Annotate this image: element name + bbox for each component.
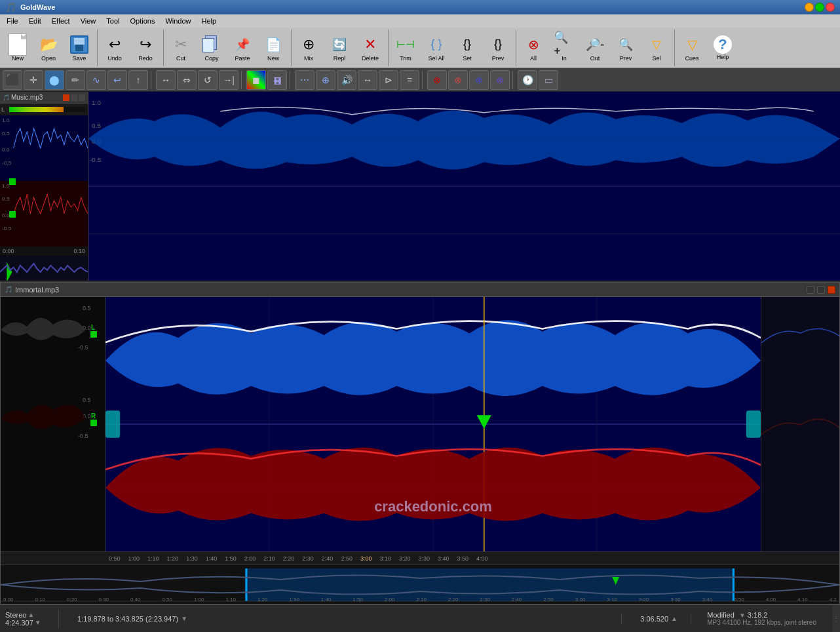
color-btn[interactable]: ◼ (246, 70, 266, 90)
stop-btn[interactable]: ⬛ (3, 70, 22, 90)
immortal-scale-panel: 0.5 0.0 -0.5 L 0.5 0.0 -0.5 R (1, 297, 105, 551)
window-controls (805, 3, 835, 12)
toolbar-selall[interactable]: { } Sel All (421, 30, 451, 66)
status-pos-arrow[interactable]: ▲ (671, 615, 678, 622)
rev-btn[interactable]: ⊗ (427, 70, 447, 90)
immortal-close-btn[interactable] (828, 286, 835, 294)
menu-view[interactable]: View (75, 16, 102, 26)
overview-timeline: 0:000:100:200:300:400:50 1:001:101:201:3… (1, 597, 839, 602)
toolbar-replace[interactable]: 🔄 Repl (324, 30, 354, 66)
toolbar-undo[interactable]: ↩ Undo (100, 30, 130, 66)
cues-icon: ▽ (681, 34, 702, 55)
status-mode-arrow[interactable]: ▲ (28, 611, 34, 618)
immortal-max-btn[interactable] (817, 286, 825, 294)
toolbar-cues[interactable]: ▽ Cues (677, 30, 707, 66)
fx2-btn[interactable]: ⊕ (316, 70, 335, 90)
zoom-wave-btn[interactable]: ↩ (107, 70, 127, 90)
toolbar-copy[interactable]: Copy (197, 30, 227, 66)
menu-options[interactable]: Options (124, 16, 160, 26)
fx1-btn[interactable]: ⋯ (295, 70, 315, 90)
toolbar-set[interactable]: {} Set (452, 30, 482, 66)
main-toolbar: New 📂 Open Save ↩ Undo ↪ Redo (0, 28, 840, 68)
immortal-right-svg (761, 297, 839, 481)
toolbar-cut[interactable]: ✂ Cut (166, 30, 196, 66)
music-L-svg: 1.0 0.5 0.0 -0.5 (0, 115, 88, 181)
music-timestamps: 0:00 0:10 (0, 247, 88, 256)
minimize-button[interactable] (805, 3, 814, 12)
status-stereo: Stereo (5, 611, 26, 619)
prev-icon: {} (487, 34, 508, 55)
eq-btn[interactable]: = (400, 70, 419, 90)
toolbar-new2[interactable]: 📄 New (258, 30, 288, 66)
menu-edit[interactable]: Edit (24, 16, 47, 26)
maximize-button[interactable] (815, 3, 824, 12)
toolbar-paste[interactable]: 📌 Paste (227, 30, 258, 66)
toolbar-zoomout[interactable]: 🔎- Out (580, 30, 610, 66)
toolbar-delete[interactable]: ✕ Delete (355, 30, 385, 66)
menu-file[interactable]: File (1, 16, 24, 26)
expand-btn[interactable]: ↔ (156, 70, 176, 90)
delete-icon: ✕ (360, 34, 381, 55)
fwd2-btn[interactable]: ⊗ (490, 70, 510, 90)
toolbar-prev[interactable]: {} Prev (483, 30, 513, 66)
copy-label: Copy (204, 55, 218, 62)
menu-effect[interactable]: Effect (47, 16, 75, 26)
toolbar-group-clipboard: ✂ Cut Copy 📌 Paste 📄 New (166, 30, 292, 66)
music-min-btn[interactable] (71, 94, 77, 101)
toolbar-help[interactable]: ? Help (708, 30, 738, 66)
close-button[interactable] (826, 3, 835, 12)
clock-btn[interactable]: 🕐 (518, 70, 537, 90)
toolbar-sel-zoom[interactable]: ▽ Sel (641, 30, 672, 66)
select-btn[interactable]: ⬤ (45, 70, 64, 90)
move-btn[interactable]: ✛ (24, 70, 43, 90)
music-L-level-indicator (9, 178, 16, 185)
toolbar-zoomprev[interactable]: 🔍 Prev (611, 30, 641, 66)
open-icon: 📂 (38, 34, 59, 55)
svg-rect-0 (0, 115, 88, 181)
pan-btn[interactable]: ↔ (358, 70, 377, 90)
trim-btn[interactable]: →| (219, 70, 239, 90)
toolbar-zoomin[interactable]: 🔍+ In (549, 30, 579, 66)
menu-window[interactable]: Window (160, 16, 196, 26)
status-duration: 4:24.307 (5, 619, 33, 627)
music-main-waveform[interactable]: 1.0 0.5 0.0 -0.5 (88, 92, 840, 281)
svg-rect-25 (90, 331, 97, 338)
music-close-btn[interactable] (63, 94, 69, 101)
undo-label: Undo (107, 55, 122, 62)
status-resize-handle[interactable]: ⋮ (832, 605, 840, 633)
fade-btn[interactable]: ▦ (267, 70, 287, 90)
toolbar-group-selection: ⊢⊣ Trim { } Sel All {} Set {} Prev (391, 30, 516, 66)
toolbar-trim[interactable]: ⊢⊣ Trim (391, 30, 421, 66)
volume-btn[interactable]: 🔊 (337, 70, 356, 90)
zoomout-icon: 🔎- (584, 34, 605, 55)
immortal-min-btn[interactable] (807, 286, 814, 294)
toolbar-open[interactable]: 📂 Open (33, 30, 64, 66)
toolbar-new[interactable]: New (3, 30, 33, 66)
loop-btn[interactable]: ↺ (198, 70, 218, 90)
status-sel-arrow[interactable]: ▼ (181, 615, 187, 622)
set-icon: {} (457, 34, 478, 55)
app-icon: 🎵 (5, 2, 16, 12)
music-max-btn[interactable] (79, 94, 85, 101)
status-duration-arrow[interactable]: ▼ (35, 619, 41, 626)
toolbar-all[interactable]: ⊗ All (518, 30, 548, 66)
rev2-btn[interactable]: ⊗ (448, 70, 468, 90)
help-icon: ? (714, 35, 732, 54)
replace-label: Repl (334, 55, 346, 62)
menu-help[interactable]: Help (197, 16, 222, 26)
fade2-btn[interactable]: ⊳ (379, 70, 398, 90)
secondary-toolbar: ⬛ ✛ ⬤ ✏ ∿ ↩ ↑ ↔ ⇔ ↺ →| ◼ ▦ ⋯ ⊕ 🔊 ↔ ⊳ = ⊗… (0, 68, 840, 92)
toolbar-mix[interactable]: ⊕ Mix (294, 30, 324, 66)
status-modified-arrow[interactable]: ▼ (739, 612, 746, 619)
wave-btn[interactable]: ∿ (86, 70, 106, 90)
fwd-btn[interactable]: ⊗ (469, 70, 489, 90)
compress-btn[interactable]: ⇔ (177, 70, 197, 90)
menu-tool[interactable]: Tool (101, 16, 124, 26)
info-btn[interactable]: ▭ (539, 70, 558, 90)
pencil-btn[interactable]: ✏ (66, 70, 85, 90)
immortal-main-waveform[interactable]: crackedonic.com (105, 297, 761, 551)
cursor-btn[interactable]: ↑ (128, 70, 148, 90)
toolbar-save[interactable]: Save (64, 30, 94, 66)
selall-icon: { } (426, 34, 447, 55)
toolbar-redo[interactable]: ↪ Redo (130, 30, 161, 66)
